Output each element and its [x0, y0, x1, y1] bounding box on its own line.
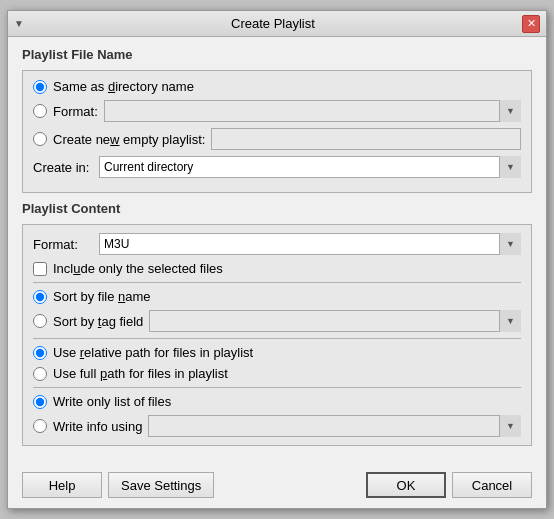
write-list-label: Write only list of files — [53, 394, 171, 409]
content-format-select[interactable]: M3U — [99, 233, 521, 255]
playlist-filename-header: Playlist File Name — [22, 47, 532, 62]
relative-path-radio[interactable] — [33, 346, 47, 360]
dialog-title: Create Playlist — [231, 16, 315, 31]
relative-path-row: Use relative path for files in playlist — [33, 345, 521, 360]
create-in-label: Create in: — [33, 160, 93, 175]
write-info-input-wrapper: %{artist} - %{title} ▼ — [148, 415, 521, 437]
sort-tag-input-wrapper: %{track.3} ▼ — [149, 310, 521, 332]
sort-name-radio[interactable] — [33, 290, 47, 304]
content-format-label: Format: — [33, 237, 93, 252]
full-path-label: Use full path for files in playlist — [53, 366, 228, 381]
playlist-filename-section: Same as directory name Format: %{artist}… — [22, 70, 532, 193]
divider-3 — [33, 387, 521, 388]
sort-name-row: Sort by file name — [33, 289, 521, 304]
write-info-input[interactable]: %{artist} - %{title} — [148, 415, 521, 437]
write-list-radio[interactable] — [33, 395, 47, 409]
relative-path-label: Use relative path for files in playlist — [53, 345, 253, 360]
sort-tag-input[interactable]: %{track.3} — [149, 310, 521, 332]
write-info-dropdown-btn[interactable]: ▼ — [499, 415, 521, 437]
create-in-row: Create in: Current directory ▼ — [33, 156, 521, 178]
full-path-radio[interactable] — [33, 367, 47, 381]
playlist-content-header: Playlist Content — [22, 201, 532, 216]
sort-tag-radio[interactable] — [33, 314, 47, 328]
save-settings-button[interactable]: Save Settings — [108, 472, 214, 498]
dialog-body: Playlist File Name Same as directory nam… — [8, 37, 546, 464]
include-selected-label: Include only the selected files — [53, 261, 223, 276]
include-selected-row: Include only the selected files — [33, 261, 521, 276]
title-bar: ▼ Create Playlist ✕ — [8, 11, 546, 37]
button-row: Help Save Settings OK Cancel — [8, 464, 546, 508]
content-format-row: Format: M3U ▼ — [33, 233, 521, 255]
empty-playlist-input-wrapper: New — [211, 128, 521, 150]
write-info-row: Write info using %{artist} - %{title} ▼ — [33, 415, 521, 437]
format-row: Format: %{artist} - %{album} ▼ — [33, 100, 521, 122]
same-dir-radio[interactable] — [33, 80, 47, 94]
create-playlist-dialog: ▼ Create Playlist ✕ Playlist File Name S… — [7, 10, 547, 509]
right-buttons: OK Cancel — [366, 472, 532, 498]
menu-arrow-icon[interactable]: ▼ — [14, 18, 24, 29]
same-dir-row: Same as directory name — [33, 79, 521, 94]
divider-2 — [33, 338, 521, 339]
empty-playlist-row: Create new empty playlist: New — [33, 128, 521, 150]
write-info-label: Write info using — [53, 419, 142, 434]
cancel-button[interactable]: Cancel — [452, 472, 532, 498]
same-dir-label: Same as directory name — [53, 79, 194, 94]
format-input-wrapper: %{artist} - %{album} ▼ — [104, 100, 521, 122]
help-button[interactable]: Help — [22, 472, 102, 498]
sort-name-label: Sort by file name — [53, 289, 151, 304]
format-input[interactable]: %{artist} - %{album} — [104, 100, 521, 122]
left-buttons: Help Save Settings — [22, 472, 214, 498]
create-in-select[interactable]: Current directory — [99, 156, 521, 178]
playlist-content-section: Format: M3U ▼ Include only the selected … — [22, 224, 532, 446]
full-path-row: Use full path for files in playlist — [33, 366, 521, 381]
format-label: Format: — [53, 104, 98, 119]
create-in-select-wrapper: Current directory ▼ — [99, 156, 521, 178]
empty-playlist-radio[interactable] — [33, 132, 47, 146]
include-selected-checkbox[interactable] — [33, 262, 47, 276]
content-format-select-wrapper: M3U ▼ — [99, 233, 521, 255]
format-dropdown-btn[interactable]: ▼ — [499, 100, 521, 122]
sort-tag-dropdown-btn[interactable]: ▼ — [499, 310, 521, 332]
format-radio[interactable] — [33, 104, 47, 118]
empty-playlist-label: Create new empty playlist: — [53, 132, 205, 147]
ok-button[interactable]: OK — [366, 472, 446, 498]
empty-playlist-input[interactable]: New — [211, 128, 521, 150]
write-info-radio[interactable] — [33, 419, 47, 433]
write-list-row: Write only list of files — [33, 394, 521, 409]
sort-tag-label: Sort by tag field — [53, 314, 143, 329]
title-bar-left: ▼ — [14, 18, 24, 29]
close-button[interactable]: ✕ — [522, 15, 540, 33]
divider-1 — [33, 282, 521, 283]
sort-tag-row: Sort by tag field %{track.3} ▼ — [33, 310, 521, 332]
